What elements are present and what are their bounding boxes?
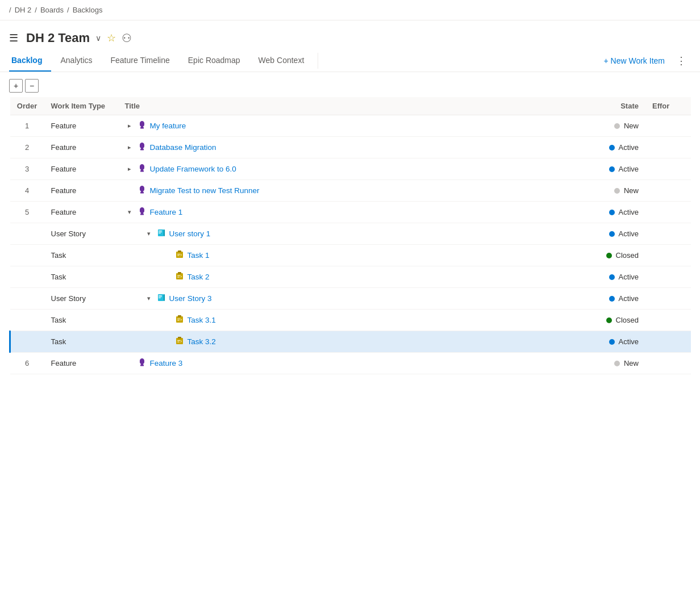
row-title-link[interactable]: Task 1 [188, 251, 210, 260]
row-type: Task [44, 245, 118, 266]
new-work-item-button[interactable]: + New Work Item [597, 53, 672, 69]
svg-rect-24 [178, 315, 181, 317]
table-row[interactable]: User Story▾ User Story 3Active [10, 288, 691, 310]
table-row[interactable]: 3Feature▸ Update Framework to 6.0Active [10, 158, 691, 180]
row-type: Feature [44, 353, 118, 374]
row-title-link[interactable]: User Story 3 [169, 294, 212, 303]
state-dot-icon [609, 274, 615, 280]
row-type: Feature [44, 202, 118, 223]
state-dot-icon [609, 145, 615, 151]
table-row[interactable]: Task Task 2Active [10, 266, 691, 288]
breadcrumb-backlogs[interactable]: Backlogs [73, 6, 103, 14]
story-icon [157, 293, 166, 304]
nav-tabs: Backlog Analytics Feature Timeline Epic … [0, 50, 700, 72]
row-title-cell: Task 3.2 [118, 331, 555, 353]
more-options-icon[interactable]: ⋮ [672, 51, 691, 70]
nav-right: + New Work Item ⋮ [597, 51, 691, 70]
state-dot-icon [606, 317, 612, 323]
table-row[interactable]: 5Feature▾ Feature 1Active [10, 202, 691, 223]
row-title-link[interactable]: Update Framework to 6.0 [150, 165, 236, 173]
state-dot-icon [609, 210, 615, 215]
row-order: 3 [10, 158, 44, 180]
team-members-icon[interactable]: ⚇ [122, 31, 132, 45]
row-title-link[interactable]: Feature 3 [150, 359, 183, 367]
collapse-row-icon[interactable]: ▾ [125, 208, 134, 216]
row-title-link[interactable]: Feature 1 [150, 208, 183, 216]
hamburger-icon[interactable]: ☰ [9, 32, 18, 44]
row-title-cell: Task 1 [118, 245, 555, 266]
row-title-link[interactable]: Task 3.1 [188, 316, 216, 324]
task-icon [175, 250, 184, 261]
table-body: 1Feature▸ My featureNew2Feature▸ Databas… [10, 115, 691, 374]
table-row[interactable]: User Story▾ User story 1Active [10, 223, 691, 245]
row-state: Active [555, 288, 645, 310]
row-effort [645, 310, 691, 331]
state-dot-icon [614, 188, 620, 194]
table-row[interactable]: 2Feature▸ Database MigrationActive [10, 137, 691, 158]
collapse-all-button[interactable]: − [25, 79, 39, 93]
row-title-link[interactable]: Task 3.2 [188, 337, 216, 346]
svg-rect-31 [140, 365, 144, 366]
tab-feature-timeline[interactable]: Feature Timeline [102, 50, 179, 72]
breadcrumb-sep-0: / [9, 6, 11, 14]
row-title-link[interactable]: Task 2 [188, 273, 210, 281]
svg-rect-14 [176, 273, 183, 279]
tab-web-context[interactable]: Web Context [249, 50, 314, 72]
star-icon[interactable]: ☆ [107, 32, 116, 44]
row-effort [645, 115, 691, 137]
row-effort [645, 158, 691, 180]
state-text: Closed [616, 316, 639, 324]
row-effort [645, 331, 691, 353]
table-row[interactable]: Task Task 3.1Closed [10, 310, 691, 331]
svg-rect-17 [177, 277, 180, 278]
row-title-link[interactable]: User story 1 [169, 229, 211, 238]
team-chevron-icon[interactable]: ∨ [95, 34, 101, 43]
team-title: DH 2 Team [26, 31, 90, 45]
expand-row-icon[interactable]: ▸ [125, 122, 134, 129]
tab-analytics[interactable]: Analytics [51, 50, 101, 72]
col-effort: Effor [645, 97, 691, 115]
table-row[interactable]: 6Feature Feature 3New [10, 353, 691, 374]
collapse-row-icon[interactable]: ▾ [144, 295, 153, 302]
svg-rect-13 [177, 256, 180, 256]
row-effort [645, 353, 691, 374]
row-type: Feature [44, 180, 118, 202]
row-title-link[interactable]: Database Migration [150, 143, 216, 152]
breadcrumb-boards[interactable]: Boards [40, 6, 64, 14]
tab-backlog[interactable]: Backlog [9, 50, 51, 72]
row-title-link[interactable]: Migrate Test to new Test Runner [150, 186, 260, 195]
table-row[interactable]: Task Task 3.2Active [10, 331, 691, 353]
breadcrumb-dh2[interactable]: DH 2 [15, 6, 32, 14]
row-title-cell: ▾ User Story 3 [118, 288, 555, 310]
row-state: Active [555, 202, 645, 223]
svg-rect-7 [159, 232, 162, 232]
feature-icon [138, 120, 147, 131]
row-type: User Story [44, 223, 118, 245]
row-effort [645, 288, 691, 310]
svg-rect-25 [177, 319, 180, 319]
svg-rect-6 [159, 231, 162, 231]
svg-rect-10 [176, 252, 183, 258]
row-state: New [555, 180, 645, 202]
row-effort [645, 266, 691, 288]
state-dot-icon [609, 231, 615, 237]
table-row[interactable]: 1Feature▸ My featureNew [10, 115, 691, 137]
row-title-link[interactable]: My feature [150, 122, 186, 130]
table-row[interactable]: 4Feature Migrate Test to new Test Runner… [10, 180, 691, 202]
col-work-item-type: Work Item Type [44, 97, 118, 115]
row-state: Active [555, 331, 645, 353]
svg-rect-27 [176, 338, 183, 344]
expand-row-icon[interactable]: ▸ [125, 165, 134, 173]
state-dot-icon [606, 253, 612, 258]
collapse-row-icon[interactable]: ▾ [144, 230, 153, 237]
table-toolbar: + − [9, 79, 691, 93]
row-title-cell: ▸ Update Framework to 6.0 [118, 158, 555, 180]
svg-rect-1 [140, 149, 144, 151]
task-icon [175, 336, 184, 347]
state-text: Active [619, 143, 639, 152]
expand-row-icon[interactable]: ▸ [125, 144, 134, 151]
svg-rect-4 [140, 214, 144, 215]
tab-epic-roadmap[interactable]: Epic Roadmap [179, 50, 249, 72]
expand-all-button[interactable]: + [9, 79, 23, 93]
table-row[interactable]: Task Task 1Closed [10, 245, 691, 266]
